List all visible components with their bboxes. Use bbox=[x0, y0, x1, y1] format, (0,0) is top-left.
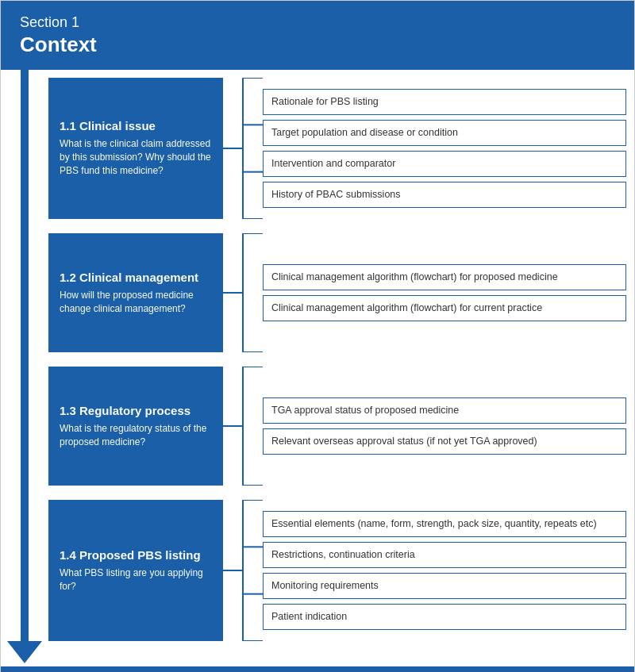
blue-box-title-1.2: 1.2 Clinical management bbox=[60, 271, 212, 284]
right-boxes-1.1: Rationale for PBS listingTarget populati… bbox=[263, 78, 626, 219]
header-section-label: Section 1 bbox=[20, 13, 615, 32]
section-row-1.4: 1.4 Proposed PBS listingWhat PBS listing… bbox=[48, 500, 626, 641]
connector-svg-1.4 bbox=[223, 500, 263, 641]
blue-box-1.1: 1.1 Clinical issueWhat is the clinical c… bbox=[48, 78, 223, 219]
blue-box-desc-1.4: What PBS listing are you applying for? bbox=[60, 566, 212, 593]
blue-box-1.3: 1.3 Regulatory processWhat is the regula… bbox=[48, 367, 223, 486]
connector-1.4 bbox=[223, 500, 263, 641]
arrow-down-icon bbox=[7, 641, 42, 663]
blue-box-desc-1.2: How will the proposed medicine change cl… bbox=[60, 289, 212, 316]
right-box-1.4-1: Restrictions, continuation criteria bbox=[263, 542, 626, 568]
section-row-1.2: 1.2 Clinical managementHow will the prop… bbox=[48, 233, 626, 352]
right-box-1.1-3: History of PBAC submissions bbox=[263, 182, 626, 208]
right-box-1.4-2: Monitoring requirements bbox=[263, 573, 626, 599]
arrow-column bbox=[1, 70, 48, 663]
blue-box-desc-1.1: What is the clinical claim addressed by … bbox=[60, 137, 212, 177]
content-column: 1.1 Clinical issueWhat is the clinical c… bbox=[48, 70, 634, 663]
right-box-1.1-2: Intervention and comparator bbox=[263, 151, 626, 177]
blue-box-1.4: 1.4 Proposed PBS listingWhat PBS listing… bbox=[48, 500, 223, 641]
section-row-1.3: 1.3 Regulatory processWhat is the regula… bbox=[48, 367, 626, 486]
connector-svg-1.2 bbox=[223, 233, 263, 352]
connector-1.3 bbox=[223, 367, 263, 486]
right-box-1.2-1: Clinical management algorithm (flowchart… bbox=[263, 295, 626, 321]
blue-box-title-1.3: 1.3 Regulatory process bbox=[60, 404, 212, 417]
right-box-1.1-1: Target population and disease or conditi… bbox=[263, 120, 626, 146]
header-section-title: Context bbox=[20, 32, 615, 59]
connector-1.1 bbox=[223, 78, 263, 219]
right-boxes-1.2: Clinical management algorithm (flowchart… bbox=[263, 233, 626, 352]
connector-svg-1.3 bbox=[223, 367, 263, 486]
blue-box-desc-1.3: What is the regulatory status of the pro… bbox=[60, 422, 212, 449]
vertical-arrow-line bbox=[21, 70, 29, 641]
section-row-1.1: 1.1 Clinical issueWhat is the clinical c… bbox=[48, 78, 626, 219]
right-box-1.4-0: Essential elements (name, form, strength… bbox=[263, 511, 626, 537]
connector-1.2 bbox=[223, 233, 263, 352]
right-box-1.4-3: Patient indication bbox=[263, 604, 626, 630]
right-box-1.1-0: Rationale for PBS listing bbox=[263, 89, 626, 115]
right-box-1.3-1: Relevant overseas approval status (if no… bbox=[263, 428, 626, 455]
right-boxes-1.4: Essential elements (name, form, strength… bbox=[263, 500, 626, 641]
connector-svg-1.1 bbox=[223, 78, 263, 219]
blue-box-title-1.1: 1.1 Clinical issue bbox=[60, 119, 212, 132]
right-box-1.2-0: Clinical management algorithm (flowchart… bbox=[263, 264, 626, 290]
right-boxes-1.3: TGA approval status of proposed medicine… bbox=[263, 367, 626, 486]
right-box-1.3-0: TGA approval status of proposed medicine bbox=[263, 397, 626, 424]
footer: Section 2 Clinical evaluation bbox=[1, 666, 634, 672]
page: Section 1 Context 1.1 Clinical issueWhat… bbox=[0, 0, 635, 672]
blue-box-1.2: 1.2 Clinical managementHow will the prop… bbox=[48, 233, 223, 352]
blue-box-title-1.4: 1.4 Proposed PBS listing bbox=[60, 548, 212, 562]
header: Section 1 Context bbox=[1, 1, 634, 70]
